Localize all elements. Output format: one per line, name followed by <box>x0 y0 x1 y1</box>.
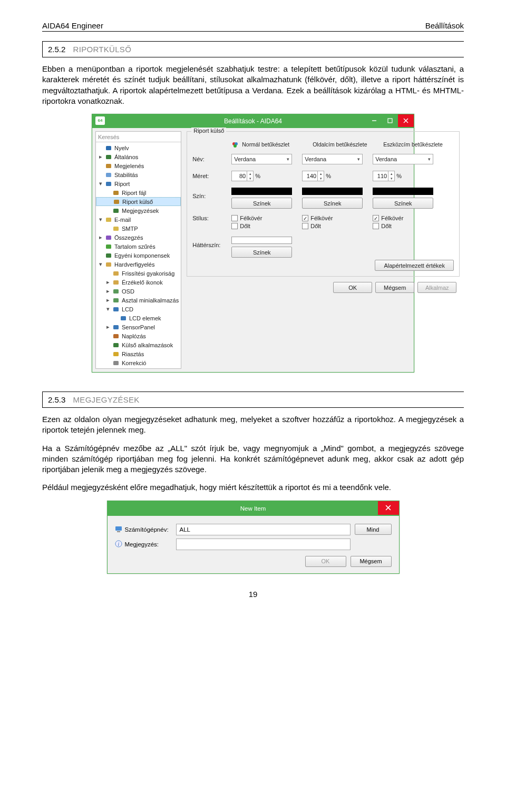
tree-item-osd[interactable]: ▸OSD <box>96 287 181 296</box>
font-select-page[interactable]: Verdana▾ <box>302 154 363 164</box>
cancel-button[interactable]: Mégsem <box>351 556 392 567</box>
svg-rect-15 <box>106 244 111 249</box>
tree-item-sensorpanel[interactable]: ▸SensorPanel <box>96 322 181 331</box>
tree-item-napl-z-s[interactable]: Naplózás <box>96 331 181 340</box>
page-header: AIDA64 Engineer Beállítások <box>42 21 464 32</box>
tree-item-korrekci-[interactable]: Korrekció <box>96 358 181 367</box>
apply-button[interactable]: Alkalmaz <box>417 282 456 293</box>
tree-item-label: Riport <box>114 181 130 187</box>
svg-rect-20 <box>113 289 119 294</box>
colors-button-normal[interactable]: Színek <box>231 198 292 209</box>
close-icon[interactable] <box>378 501 399 515</box>
svg-rect-8 <box>106 182 111 186</box>
tree-item-label: Megjelenés <box>114 163 144 169</box>
tree-node-icon <box>112 350 120 358</box>
tree-node-icon <box>105 153 112 161</box>
tree-item--rz-kel-ikonok[interactable]: ▸Érzékelő ikonok <box>96 278 181 287</box>
all-button[interactable]: Mind <box>355 524 392 535</box>
section-number: 2.5.2 <box>48 45 65 54</box>
svg-rect-5 <box>106 155 111 159</box>
italic-checkbox-page[interactable]: Dőlt <box>302 223 321 229</box>
tree-caret-icon: ▾ <box>98 180 103 187</box>
italic-checkbox-device[interactable]: Dőlt <box>373 223 392 229</box>
ok-button[interactable]: OK <box>333 282 372 293</box>
tree-caret-icon: ▸ <box>98 234 103 241</box>
defaults-button[interactable]: Alapértelmezett értékek <box>375 260 454 271</box>
tree-node-icon <box>112 297 120 304</box>
tree-item-megjelen-s[interactable]: Megjelenés <box>96 161 181 170</box>
tree-item-label: Asztal minialkalmazás <box>122 297 179 304</box>
font-select-normal[interactable]: Verdana▾ <box>231 154 292 164</box>
tree-item-label: Hardverfigyelés <box>114 261 154 268</box>
minimize-icon[interactable] <box>366 114 382 127</box>
tree-item-megjegyz-sek[interactable]: Megjegyzések <box>96 206 181 215</box>
note-label: i Megjegyzés: <box>115 540 172 549</box>
tree-item-smtp[interactable]: SMTP <box>96 224 181 233</box>
search-input[interactable]: Keresés <box>96 132 181 142</box>
colors-button-page[interactable]: Színek <box>302 198 363 209</box>
col-header-page: Oldalcím betűkészlete <box>313 141 383 150</box>
tree-item-k-ls-alkalmaz-sok[interactable]: Külső alkalmazások <box>96 340 181 349</box>
tree-item-riport-f-jl[interactable]: Riport fájl <box>96 188 181 197</box>
tree-item-tartalom-sz-r-s[interactable]: Tartalom szűrés <box>96 242 181 251</box>
bold-checkbox-normal[interactable]: Félkövér <box>231 215 262 221</box>
tree-item-label: LCD <box>122 306 133 312</box>
tree-item-lcd-elemek[interactable]: LCD elemek <box>96 314 181 322</box>
colors-button-device[interactable]: Színek <box>373 198 433 209</box>
svg-rect-27 <box>113 352 119 356</box>
tree-item-riport-k-ls-[interactable]: Riport külső <box>96 197 181 206</box>
tree-item--sszegz-s[interactable]: ▸Összegzés <box>96 233 181 242</box>
tree-item-label: Általános <box>114 154 138 160</box>
tree-item-riport[interactable]: ▾Riport <box>96 179 181 188</box>
tree-node-icon <box>113 198 120 206</box>
tree-node-icon <box>105 243 112 250</box>
size-spin-page[interactable]: 140▴▾ <box>302 171 324 181</box>
bg-colors-button[interactable]: Színek <box>231 247 292 258</box>
svg-rect-6 <box>106 164 111 168</box>
report-appearance-group: Riport külső Normál betűkészlet Oldalcím… <box>187 131 460 277</box>
window-title: Beállítások - AIDA64 <box>224 118 282 125</box>
svg-rect-22 <box>113 307 119 311</box>
pc-name-input[interactable]: ALL <box>176 524 351 535</box>
tree-item-label: Megjegyzések <box>122 208 159 214</box>
window-titlebar[interactable]: 64 Beállítások - AIDA64 <box>92 114 414 128</box>
tree-item-label: Frissítési gyakoriság <box>122 270 174 277</box>
note-input[interactable] <box>176 539 351 550</box>
svg-rect-7 <box>106 173 111 177</box>
bg-color-label: Háttérszín: <box>192 237 231 248</box>
tree-item-label: E-mail <box>114 217 131 223</box>
size-spin-device[interactable]: 110▴▾ <box>373 171 395 181</box>
tree-item-stabilit-s[interactable]: Stabilitás <box>96 170 181 179</box>
tree-item-hardverfigyel-s[interactable]: ▾Hardverfigyelés <box>96 260 181 269</box>
tree-item-nyelv[interactable]: Nyelv <box>96 143 181 152</box>
tree-item-label: OSD <box>122 288 134 295</box>
svg-rect-35 <box>117 531 120 532</box>
size-spin-normal[interactable]: 80▴▾ <box>231 171 254 181</box>
tree-item-riaszt-s[interactable]: Riasztás <box>96 349 181 358</box>
font-style-label: Stílus: <box>192 215 231 221</box>
font-select-device[interactable]: Verdana▾ <box>373 154 433 164</box>
close-icon[interactable] <box>398 114 414 127</box>
tree-item-friss-t-si-gyakoris-g[interactable]: Frissítési gyakoriság <box>96 269 181 278</box>
tree-node-icon <box>112 189 120 197</box>
header-right: Beállítások <box>425 21 464 30</box>
tree-node-icon <box>112 306 120 313</box>
tree-node-icon <box>112 270 120 277</box>
maximize-icon[interactable] <box>382 114 398 127</box>
tree-item-egy-ni-komponensek[interactable]: Egyéni komponensek <box>96 251 181 260</box>
svg-rect-18 <box>113 271 119 276</box>
cancel-button[interactable]: Mégsem <box>375 282 414 293</box>
tree-item-label: SMTP <box>122 226 138 232</box>
italic-checkbox-normal[interactable]: Dőlt <box>231 223 250 229</box>
tree-item--ltal-nos[interactable]: ▸Általános <box>96 152 181 161</box>
tree-item-e-mail[interactable]: ▾E-mail <box>96 215 181 224</box>
bold-checkbox-device[interactable]: ✓Félkövér <box>373 215 403 221</box>
ok-button[interactable]: OK <box>305 556 346 567</box>
paragraph-4: Például megjegyzésként előre megadhatjuk… <box>42 482 464 493</box>
dialog-titlebar[interactable]: New Item <box>108 501 399 516</box>
tree-item-label: Riport fájl <box>122 190 146 196</box>
svg-rect-9 <box>113 191 119 195</box>
tree-item-asztal-minialkalmaz-s[interactable]: ▸Asztal minialkalmazás <box>96 296 181 305</box>
tree-item-lcd[interactable]: ▾LCD <box>96 305 181 314</box>
bold-checkbox-page[interactable]: ✓Félkövér <box>302 215 333 221</box>
